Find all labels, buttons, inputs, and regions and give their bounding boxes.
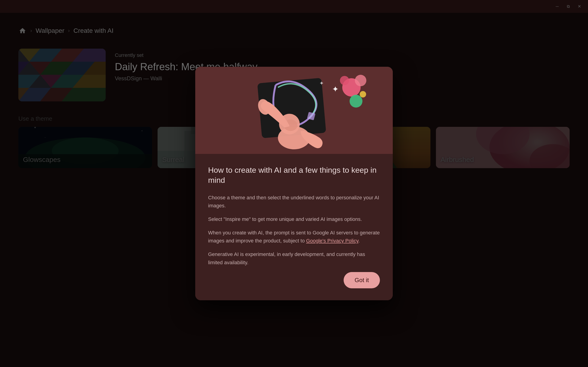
svg-point-48 [340,76,349,85]
dialog-paragraph-4: Generative AI is experimental, in early … [208,250,380,266]
dialog-footer: Got it [208,272,380,288]
dialog-illustration-area: ✦ ✦ [195,67,393,154]
svg-text:✦: ✦ [319,80,324,86]
dialog-paragraph-2: Select "Inspire me" to get more unique a… [208,215,380,223]
svg-point-49 [350,95,363,108]
ai-info-dialog: ✦ ✦ How to create with [195,67,393,300]
dialog-paragraph-1: Choose a theme and then select the under… [208,194,380,210]
dialog-title: How to create with AI and a few things t… [208,165,380,185]
dialog-paragraph-3: When you create with AI, the prompt is s… [208,229,380,245]
privacy-policy-link[interactable]: Google's Privacy Policy [306,238,359,244]
modal-overlay: ✦ ✦ How to create with [0,0,588,367]
svg-point-50 [360,91,366,98]
dialog-body: How to create with AI and a few things t… [195,154,393,300]
dialog-paragraph-3-after: . [358,238,360,244]
svg-point-47 [355,75,366,86]
got-it-button[interactable]: Got it [344,272,380,288]
svg-text:✦: ✦ [332,84,339,94]
